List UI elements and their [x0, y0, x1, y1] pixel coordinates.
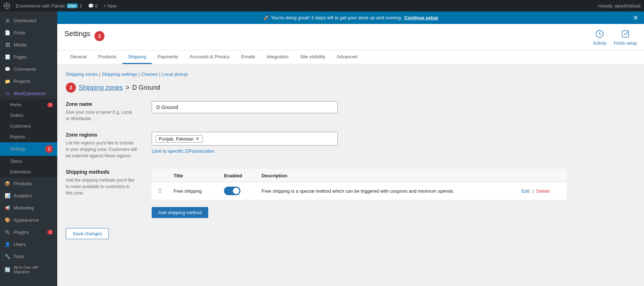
- sidebar-label-status: Status: [10, 159, 22, 164]
- sidebar-item-pages[interactable]: 📃 Pages: [0, 51, 57, 63]
- wp-logo[interactable]: [4, 3, 10, 9]
- main-content: 🚀 You're doing great! 3 steps left to ge…: [57, 11, 644, 286]
- breadcrumb-shipping-zones-link[interactable]: Shipping zones: [79, 84, 123, 92]
- sidebar-item-products[interactable]: 📦 Products: [0, 177, 57, 189]
- th-drag: [152, 169, 168, 182]
- sidebar-item-analytics[interactable]: 📊 Analytics: [0, 189, 57, 202]
- sidebar-item-appearance[interactable]: 🎨 Appearance: [0, 214, 57, 226]
- drag-handle-icon[interactable]: ⠿: [158, 188, 162, 194]
- sidebar-item-projects[interactable]: 📁 Projects: [0, 75, 57, 87]
- method-title: Free shipping: [174, 188, 202, 194]
- subnav-shipping-settings[interactable]: Shipping settings: [102, 72, 137, 77]
- sidebar-label-comments: Comments: [14, 66, 36, 72]
- zone-name-label-col: Zone name Give your zone a name! E.g. Lo…: [66, 101, 137, 122]
- save-row: Save changes: [66, 228, 635, 239]
- svg-rect-2: [622, 31, 629, 37]
- shipping-subnav: Shipping zones | Shipping settings | Cla…: [66, 72, 635, 77]
- sidebar-item-plugins[interactable]: 🔌 Plugins 2: [0, 226, 57, 238]
- new-content-link[interactable]: + New: [103, 3, 117, 9]
- sidebar-item-orders[interactable]: Orders: [0, 110, 57, 121]
- tab-general[interactable]: General: [64, 50, 92, 64]
- table-row: ⠿ Free shipping: [152, 182, 567, 200]
- subnav-local-pickup[interactable]: Local pickup: [162, 72, 187, 77]
- products-icon: 📦: [4, 180, 11, 187]
- comments-icon: 💬: [4, 66, 11, 72]
- tools-icon: 🔧: [4, 253, 11, 260]
- delete-method-link[interactable]: Delete: [536, 188, 550, 194]
- sidebar-item-posts[interactable]: 📄 Posts: [0, 26, 57, 39]
- sidebar-item-customers[interactable]: Customers: [0, 121, 57, 132]
- sidebar-label-woocommerce: WooCommerce: [14, 91, 46, 96]
- settings-header: Settings 2 Activity Finish setup: [57, 24, 644, 50]
- sidebar-item-reports[interactable]: Reports: [0, 132, 57, 142]
- sidebar-label-media: Media: [14, 42, 26, 48]
- step3-badge: 3: [66, 83, 76, 93]
- activity-button[interactable]: Activity: [593, 30, 606, 46]
- notice-text: You're doing great! 3 steps left to get …: [271, 15, 402, 20]
- subnav-shipping-zones[interactable]: Shipping zones: [66, 72, 98, 77]
- limit-postcodes-link[interactable]: Limit to specific ZIP/postcodes: [152, 148, 215, 154]
- new-label: + New: [103, 3, 117, 9]
- method-title-cell: Free shipping: [168, 182, 218, 200]
- analytics-icon: 📊: [4, 192, 11, 199]
- breadcrumb-separator: >: [126, 84, 130, 92]
- sidebar-item-media[interactable]: 🖼 Media: [0, 39, 57, 51]
- sidebar-item-dashboard[interactable]: ⊞ Dashboard: [0, 14, 57, 26]
- sidebar-item-home[interactable]: Home 3: [0, 99, 57, 110]
- method-enabled-toggle[interactable]: [224, 187, 240, 195]
- tab-shipping[interactable]: Shipping: [122, 50, 152, 64]
- woo-submenu: Home 3 Orders Customers Reports Settings…: [0, 99, 57, 177]
- sidebar-item-settings[interactable]: Settings 1: [0, 142, 57, 156]
- sidebar-label-migration: All-in-One WP Migration: [14, 265, 53, 274]
- breadcrumb-current: D Ground: [132, 84, 160, 92]
- zone-regions-tag-input[interactable]: Punjab, Pakistan ✕: [152, 132, 338, 146]
- continue-setup-link[interactable]: Continue setup: [404, 15, 438, 20]
- tab-accounts-privacy[interactable]: Accounts & Privacy: [184, 50, 235, 64]
- region-tag-remove[interactable]: ✕: [195, 136, 200, 141]
- sidebar-label-products: Products: [14, 181, 32, 186]
- tab-emails[interactable]: Emails: [235, 50, 261, 64]
- plugins-badge: 2: [47, 230, 53, 235]
- toggle-slider: [224, 187, 240, 195]
- save-changes-button[interactable]: Save changes: [66, 228, 109, 239]
- sidebar-label-customers: Customers: [10, 124, 31, 129]
- sidebar-item-tools[interactable]: 🔧 Tools: [0, 250, 57, 262]
- sidebar-label-projects: Projects: [14, 79, 30, 84]
- site-name[interactable]: Ecommerce with Fahad Live 2: [16, 3, 82, 9]
- marketing-icon: 📢: [4, 204, 11, 211]
- edit-method-link[interactable]: Edit: [522, 188, 530, 194]
- sidebar-item-extensions[interactable]: Extensions: [0, 167, 57, 177]
- zone-name-input[interactable]: [152, 101, 338, 113]
- add-shipping-method-button[interactable]: Add shipping method: [152, 207, 208, 218]
- th-description: Description: [256, 169, 516, 182]
- subnav-classes[interactable]: Classes: [141, 72, 158, 77]
- sidebar-label-marketing: Marketing: [14, 205, 34, 211]
- tab-site-visibility[interactable]: Site visibility: [294, 50, 331, 64]
- notice-bar: 🚀 You're doing great! 3 steps left to ge…: [57, 11, 644, 24]
- sidebar-item-migration[interactable]: 🔄 All-in-One WP Migration: [0, 262, 57, 277]
- tab-advanced[interactable]: Advanced: [331, 50, 363, 64]
- sidebar-label-appearance: Appearance: [14, 217, 39, 223]
- sidebar-item-status[interactable]: Status: [0, 156, 57, 167]
- tab-products[interactable]: Products: [92, 50, 122, 64]
- finish-setup-button[interactable]: Finish setup: [614, 30, 637, 46]
- sidebar-item-woocommerce[interactable]: 🛍 WooCommerce: [0, 87, 57, 99]
- appearance-icon: 🎨: [4, 217, 11, 223]
- tab-integration[interactable]: Integration: [261, 50, 294, 64]
- notice-close-button[interactable]: ✕: [633, 15, 638, 21]
- sidebar-label-pages: Pages: [14, 54, 27, 60]
- projects-icon: 📁: [4, 78, 11, 84]
- users-icon: 👤: [4, 241, 11, 247]
- sidebar-item-marketing[interactable]: 📢 Marketing: [0, 202, 57, 214]
- comments-link[interactable]: 💬 0: [88, 3, 98, 9]
- method-description: Free shipping is a special method which …: [262, 188, 454, 194]
- shipping-methods-section: Shipping methods Add the shipping method…: [66, 169, 635, 218]
- sidebar-label-users: Users: [14, 242, 26, 247]
- sidebar-label-orders: Orders: [10, 113, 23, 118]
- sidebar-item-comments[interactable]: 💬 Comments: [0, 63, 57, 75]
- tab-payments[interactable]: Payments: [152, 50, 184, 64]
- activity-icon: [595, 30, 604, 39]
- method-actions-cell: Edit | Delete: [516, 182, 567, 200]
- step2-badge: 2: [94, 31, 104, 41]
- sidebar-item-users[interactable]: 👤 Users: [0, 238, 57, 250]
